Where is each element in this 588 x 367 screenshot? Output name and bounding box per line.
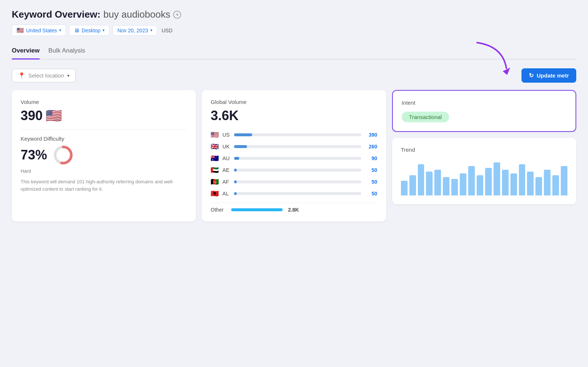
au-value: 90 (364, 155, 377, 161)
ae-value: 50 (364, 167, 377, 173)
card-divider (21, 129, 187, 130)
trend-bar (418, 164, 424, 195)
ae-code: AE (222, 167, 231, 173)
au-flag: 🇦🇺 (211, 154, 219, 162)
donut-chart (53, 145, 74, 165)
country-chevron-icon: ▾ (59, 28, 61, 33)
tab-bulk-analysis[interactable]: Bulk Analysis (49, 43, 85, 59)
ae-bar-container (234, 169, 361, 172)
title-prefix: Keyword Overview: (12, 9, 100, 20)
trend-bar (460, 173, 466, 195)
trend-bar (468, 166, 475, 195)
trend-bar (510, 173, 517, 195)
country-flag: 🇺🇸 (17, 27, 24, 34)
trend-bar (434, 170, 441, 195)
difficulty-row: 73% (21, 145, 187, 165)
date-filter[interactable]: Nov 20, 2023 ▾ (112, 25, 157, 36)
right-column: Intent Transactional Trend (392, 90, 576, 222)
intent-label: Intent (402, 100, 567, 106)
trend-bar (443, 177, 449, 195)
country-list: 🇺🇸 US 390 🇬🇧 UK 260 🇦🇺 AU (211, 131, 377, 198)
trend-card: Trend (392, 138, 576, 204)
trend-bar (502, 170, 509, 195)
device-label: Desktop (82, 28, 100, 33)
trend-bar (527, 172, 534, 195)
global-volume-label: Global Volume (211, 99, 377, 105)
trend-bar (426, 172, 433, 195)
trend-bar (535, 177, 542, 195)
difficulty-label: Keyword Difficulty (21, 136, 187, 142)
cards-grid: Volume 390 🇺🇸 Keyword Difficulty 73% Har… (12, 90, 576, 222)
trend-bar (477, 175, 483, 195)
location-placeholder: Select location (28, 72, 64, 79)
us-bar-container (234, 133, 361, 136)
volume-label: Volume (21, 99, 187, 105)
keyword-title: Keyword Overview: buy audiobooks + (12, 9, 576, 20)
date-chevron-icon: ▾ (150, 28, 153, 33)
country-label: United States (26, 28, 57, 33)
currency-label: USD (162, 28, 173, 33)
us-value: 390 (364, 132, 377, 138)
us-code: US (222, 132, 231, 138)
trend-chart (401, 159, 567, 195)
filter-bar: 🇺🇸 United States ▾ 🖥 Desktop ▾ Nov 20, 2… (12, 25, 576, 36)
difficulty-value: 73% (21, 147, 47, 163)
other-bar (231, 208, 283, 211)
refresh-icon: ↻ (529, 72, 534, 79)
device-filter[interactable]: 🖥 Desktop ▾ (69, 25, 110, 36)
trend-bar (485, 168, 492, 195)
trend-bar (561, 166, 567, 195)
other-row: Other 2.8K (211, 203, 377, 213)
toolbar-row: 📍 Select location ▾ ↻ Update metr (12, 68, 576, 83)
trend-bar (494, 162, 500, 195)
af-bar-container (234, 180, 361, 183)
us-flag: 🇺🇸 (211, 131, 219, 139)
trend-bar (401, 181, 408, 195)
monitor-icon: 🖥 (74, 27, 79, 33)
country-row-au: 🇦🇺 AU 90 (211, 154, 377, 162)
trend-bar (409, 175, 416, 195)
al-value: 50 (364, 191, 377, 197)
intent-card: Intent Transactional (392, 90, 576, 132)
al-bar (234, 192, 237, 195)
au-code: AU (222, 155, 231, 161)
trend-bar (552, 175, 559, 195)
tab-overview[interactable]: Overview (12, 43, 40, 59)
add-keyword-icon[interactable]: + (173, 11, 181, 19)
trend-bar (544, 170, 551, 195)
country-row-ae: 🇦🇪 AE 50 (211, 166, 377, 174)
volume-flag: 🇺🇸 (46, 108, 62, 123)
country-row-af: 🇦🇫 AF 50 (211, 178, 377, 186)
trend-bar (451, 179, 458, 195)
page-header: Keyword Overview: buy audiobooks + 🇺🇸 Un… (12, 9, 576, 36)
trend-label: Trend (401, 147, 567, 153)
date-label: Nov 20, 2023 (117, 28, 148, 33)
update-metrics-button[interactable]: ↻ Update metr (521, 68, 576, 83)
uk-bar-container (234, 145, 361, 148)
uk-bar (234, 145, 247, 148)
device-chevron-icon: ▾ (103, 28, 105, 33)
country-filter[interactable]: 🇺🇸 United States ▾ (12, 25, 66, 36)
keyword-text: buy audiobooks (103, 9, 170, 20)
ae-flag: 🇦🇪 (211, 166, 219, 174)
location-chevron-icon: ▾ (67, 73, 69, 78)
al-flag: 🇦🇱 (211, 190, 219, 198)
volume-value: 390 🇺🇸 (21, 108, 187, 123)
svg-marker-0 (503, 68, 510, 75)
global-volume-value: 3.6K (211, 108, 377, 123)
location-select-button[interactable]: 📍 Select location ▾ (12, 69, 76, 82)
af-code: AF (222, 179, 231, 185)
au-bar (234, 157, 239, 160)
other-value: 2.8K (286, 207, 299, 213)
af-flag: 🇦🇫 (211, 178, 219, 186)
intent-badge: Transactional (402, 112, 449, 122)
country-row-uk: 🇬🇧 UK 260 (211, 143, 377, 151)
pin-icon: 📍 (18, 72, 25, 79)
us-bar (234, 133, 252, 136)
trend-bar (519, 164, 526, 195)
volume-difficulty-card: Volume 390 🇺🇸 Keyword Difficulty 73% Har… (12, 90, 196, 222)
al-bar-container (234, 192, 361, 195)
uk-flag: 🇬🇧 (211, 143, 219, 151)
other-label: Other (211, 207, 228, 213)
global-volume-card: Global Volume 3.6K 🇺🇸 US 390 🇬🇧 UK 260 (202, 90, 386, 222)
